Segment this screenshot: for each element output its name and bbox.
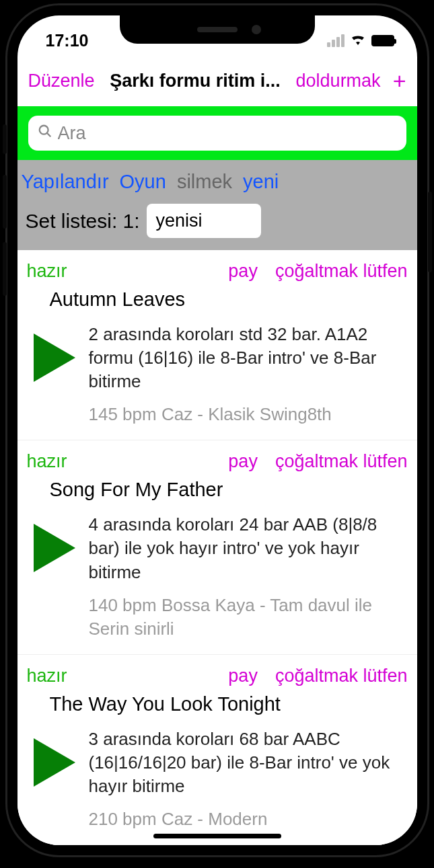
song-title: Autumn Leaves bbox=[27, 282, 408, 323]
new-button[interactable]: yeni bbox=[243, 171, 279, 193]
play-icon[interactable] bbox=[34, 524, 75, 572]
song-meta: 140 bpm Bossa Kaya - Tam davul ile Serin… bbox=[89, 594, 408, 641]
song-title: Song For My Father bbox=[27, 472, 408, 513]
song-title: The Way You Look Tonight bbox=[27, 686, 408, 727]
song-meta: 145 bpm Caz - Klasik Swing8th bbox=[89, 403, 408, 426]
play-icon[interactable] bbox=[34, 333, 75, 382]
svg-line-1 bbox=[46, 133, 50, 137]
share-button[interactable]: pay bbox=[228, 451, 258, 472]
list-item[interactable]: hazır pay çoğaltmak lütfen Song For My F… bbox=[17, 440, 417, 654]
setlist-name-input[interactable]: yenisi bbox=[147, 204, 261, 238]
search-icon bbox=[38, 124, 52, 143]
edit-button[interactable]: Düzenle bbox=[28, 71, 95, 91]
duplicate-button[interactable]: çoğaltmak lütfen bbox=[275, 666, 408, 686]
notch bbox=[120, 15, 315, 44]
battery-icon bbox=[371, 35, 394, 46]
add-icon[interactable]: + bbox=[393, 68, 406, 94]
list-item[interactable]: hazır pay çoğaltmak lütfen The Way You L… bbox=[17, 655, 417, 845]
share-button[interactable]: pay bbox=[228, 666, 258, 686]
play-button[interactable]: Oyun bbox=[120, 171, 166, 193]
duplicate-button[interactable]: çoğaltmak lütfen bbox=[275, 261, 408, 282]
song-description: 3 arasında koroları 68 bar AABC (16|16/1… bbox=[89, 727, 408, 798]
home-indicator[interactable] bbox=[153, 834, 281, 838]
song-description: 4 arasında koroları 24 bar AAB (8|8/8 ba… bbox=[89, 513, 408, 584]
fill-button[interactable]: doldurmak bbox=[296, 71, 381, 91]
search-container bbox=[17, 106, 417, 160]
status-badge: hazır bbox=[27, 261, 67, 282]
song-list: hazır pay çoğaltmak lütfen Autumn Leaves… bbox=[17, 250, 417, 845]
song-meta: 210 bpm Caz - Modern bbox=[89, 807, 408, 831]
svg-point-0 bbox=[39, 126, 48, 134]
status-time: 17:10 bbox=[46, 31, 89, 50]
share-button[interactable]: pay bbox=[228, 261, 258, 282]
signal-icon bbox=[327, 34, 345, 47]
wifi-icon bbox=[350, 32, 366, 49]
status-badge: hazır bbox=[27, 666, 67, 686]
song-description: 2 arasında koroları std 32 bar. A1A2 for… bbox=[89, 323, 408, 393]
list-item[interactable]: hazır pay çoğaltmak lütfen Autumn Leaves… bbox=[17, 250, 417, 440]
play-icon[interactable] bbox=[34, 738, 75, 787]
status-badge: hazır bbox=[27, 451, 67, 472]
duplicate-button[interactable]: çoğaltmak lütfen bbox=[275, 451, 408, 472]
config-panel: Yapılandır Oyun silmek yeni Set listesi:… bbox=[17, 160, 417, 250]
nav-bar: Düzenle Şarkı formu ritim i... doldurmak… bbox=[17, 56, 417, 106]
page-title: Şarkı formu ritim i... bbox=[110, 71, 281, 91]
search-field[interactable] bbox=[28, 116, 406, 151]
setlist-label: Set listesi: 1: bbox=[26, 210, 140, 233]
search-input[interactable] bbox=[58, 123, 397, 144]
delete-button[interactable]: silmek bbox=[177, 171, 232, 193]
configure-button[interactable]: Yapılandır bbox=[22, 171, 109, 193]
